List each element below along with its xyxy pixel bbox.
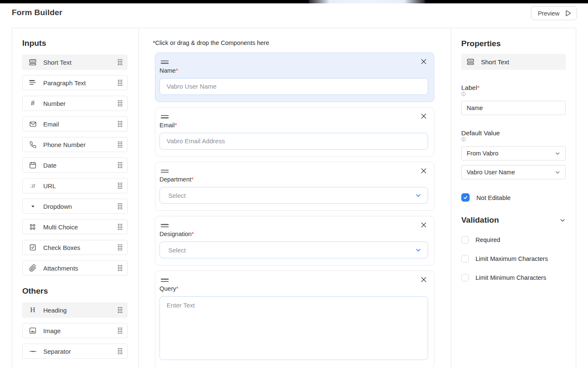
sidebar-item-label: URL — [43, 182, 118, 189]
required-asterisk: * — [192, 231, 194, 237]
close-icon[interactable] — [421, 113, 427, 120]
drag-handle-icon[interactable] — [118, 348, 123, 355]
form-card-name[interactable]: Name* — [155, 53, 434, 102]
sidebar-item-url[interactable]: :// URL — [22, 178, 128, 193]
others-section-title: Others — [22, 287, 128, 296]
required-asterisk: * — [176, 67, 178, 74]
validation-options: Required Limit Maximum Characters Limit … — [461, 236, 566, 281]
sidebar-item-multi-choice[interactable]: Multi Choice — [22, 219, 128, 234]
sidebar-item-label: Image — [43, 327, 118, 334]
form-card-designation[interactable]: Designation* Select — [155, 216, 434, 265]
form-card-department[interactable]: Department* Select — [155, 162, 434, 211]
validation-section-header[interactable]: Validation — [461, 216, 566, 225]
sidebar-item-email[interactable]: Email — [22, 116, 128, 131]
selected-component-label: Short Text — [481, 58, 509, 66]
sidebar-item-attachments[interactable]: Attachments — [22, 260, 128, 276]
checkbox-icon — [28, 244, 38, 251]
default-value-label: Default Value — [461, 127, 566, 142]
close-icon[interactable] — [421, 276, 427, 283]
email-input[interactable] — [159, 133, 428, 150]
close-icon[interactable] — [421, 58, 427, 65]
sidebar-item-check-boxes[interactable]: Check Boxes — [22, 240, 128, 255]
drag-handle-icon[interactable] — [118, 162, 123, 168]
top-notch — [308, 0, 425, 3]
header: Form Builder Preview — [0, 3, 588, 28]
drag-handle-icon[interactable] — [161, 58, 169, 64]
sidebar-item-number[interactable]: # Number — [22, 96, 128, 111]
number-icon: # — [28, 100, 38, 107]
drag-handle-icon[interactable] — [118, 327, 123, 334]
form-canvas[interactable]: *Click or drag & drop the Components her… — [139, 28, 451, 368]
drag-handle-icon[interactable] — [118, 223, 123, 230]
drag-handle-icon[interactable] — [118, 121, 123, 127]
sidebar-item-label: Dropdown — [43, 203, 118, 210]
separator-icon — [28, 347, 38, 355]
form-card-query[interactable]: Query* — [155, 271, 434, 368]
drag-handle-icon[interactable] — [161, 168, 169, 173]
info-icon — [461, 92, 566, 96]
department-select[interactable]: Select — [159, 187, 428, 204]
drag-handle-icon[interactable] — [118, 244, 123, 251]
sidebar-item-label: Short Text — [43, 59, 118, 66]
form-card-email[interactable]: Email* — [155, 107, 434, 157]
sidebar-item-image[interactable]: Image — [22, 323, 128, 338]
drag-handle-icon[interactable] — [118, 307, 123, 313]
multi-choice-icon — [28, 223, 38, 231]
field-label: Designation* — [159, 231, 428, 237]
drag-handle-icon[interactable] — [118, 182, 123, 189]
query-textarea[interactable] — [159, 296, 428, 360]
sidebar-item-paragraph-text[interactable]: Paragraph Text — [22, 75, 128, 90]
drag-handle-icon[interactable] — [118, 265, 123, 271]
sidebar-item-separator[interactable]: Separator — [22, 344, 128, 359]
calendar-icon — [28, 161, 38, 169]
sidebar-item-label: Email — [43, 121, 118, 128]
sidebar-item-date[interactable]: Date — [22, 158, 128, 173]
close-icon[interactable] — [421, 222, 427, 229]
sidebar-item-label: Separator — [43, 348, 118, 355]
sidebar-item-phone-number[interactable]: Phone Number — [22, 137, 128, 152]
email-icon — [28, 120, 38, 128]
validation-option-limit-max: Limit Maximum Characters — [461, 255, 566, 263]
drag-handle-icon[interactable] — [161, 113, 169, 118]
chevron-down-icon — [415, 247, 421, 253]
drag-handle-icon[interactable] — [118, 79, 123, 86]
sidebar-item-dropdown[interactable]: Dropdown — [22, 199, 128, 214]
play-icon — [564, 10, 571, 17]
url-icon: :// — [28, 183, 38, 189]
limit-max-checkbox[interactable] — [461, 255, 469, 263]
default-value-field-select[interactable]: Vabro User Name — [461, 165, 566, 179]
form-cards: Name* Email* — [153, 53, 434, 368]
drag-handle-icon[interactable] — [118, 100, 123, 107]
validation-title: Validation — [461, 216, 499, 225]
drag-handle-icon[interactable] — [161, 276, 169, 282]
others-list: H Heading Image Separa — [22, 302, 128, 359]
close-icon[interactable] — [421, 168, 427, 174]
chevron-down-icon — [555, 170, 560, 175]
drag-handle-icon[interactable] — [161, 222, 169, 227]
label-field-label: Label* — [461, 81, 566, 96]
preview-button-label: Preview — [538, 10, 559, 17]
sidebar-item-short-text[interactable]: Short Text — [22, 55, 128, 70]
name-input[interactable] — [159, 78, 428, 95]
default-value-source-select[interactable]: From Vabro — [461, 146, 566, 160]
drag-handle-icon[interactable] — [118, 203, 123, 210]
required-checkbox[interactable] — [461, 236, 469, 244]
preview-button[interactable]: Preview — [531, 6, 577, 20]
drag-handle-icon[interactable] — [118, 59, 123, 66]
not-editable-checkbox[interactable] — [461, 193, 470, 202]
sidebar-item-label: Number — [43, 100, 118, 107]
canvas-hint: *Click or drag & drop the Components her… — [153, 39, 434, 46]
designation-select[interactable]: Select — [159, 242, 428, 258]
label-input[interactable] — [461, 101, 566, 115]
validation-option-required: Required — [461, 236, 566, 244]
paragraph-text-icon — [28, 79, 38, 87]
limit-min-checkbox[interactable] — [461, 274, 469, 281]
required-asterisk: * — [477, 84, 480, 91]
sidebar-item-label: Check Boxes — [43, 244, 118, 251]
field-label: Department* — [159, 176, 428, 183]
not-editable-label: Not Editable — [476, 194, 511, 201]
required-asterisk: * — [191, 176, 194, 183]
sidebar-item-heading[interactable]: H Heading — [22, 302, 128, 318]
drag-handle-icon[interactable] — [118, 141, 123, 148]
field-label: Query* — [159, 285, 428, 292]
